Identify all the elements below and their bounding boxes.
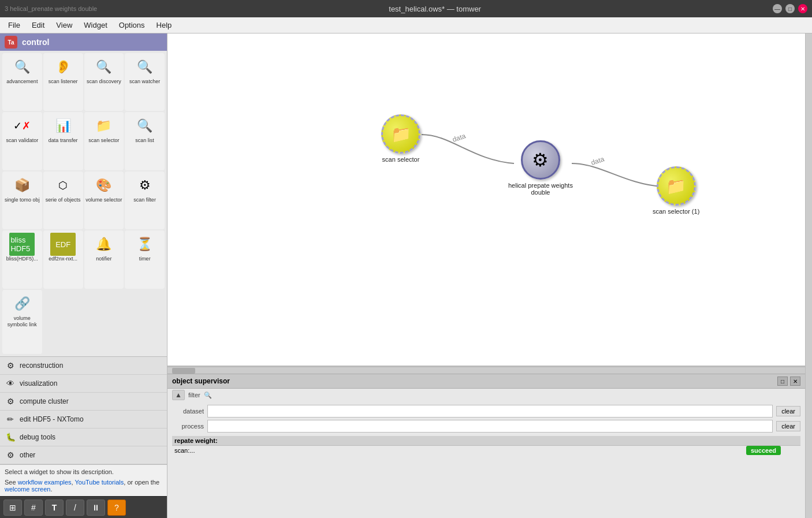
widget-scan-filter[interactable]: ⚙ scan filter [125,172,165,229]
scan-selector-2-label: scan selector (1) [653,208,699,215]
panel-close-btn[interactable]: ✕ [790,377,800,386]
table-row: scan:... succeed [172,446,800,455]
process-clear-button[interactable]: clear [776,421,800,431]
canvas-area[interactable]: data data 📁 scan selector ⚙ helical prep… [167,33,805,367]
category-list: ⚙ reconstruction 👁 visualization ⚙ compu… [0,356,167,464]
window-title: test_helical.ows* — tomwer [97,5,773,13]
category-label-reconstruction: reconstruction [20,362,63,370]
dataset-filter-row: dataset clear [172,405,800,418]
category-debug-tools[interactable]: 🐛 debug tools [0,428,167,446]
scan-selector-icon: 📁 [91,114,117,137]
menu-help[interactable]: Help [151,18,178,32]
hash-button[interactable]: # [24,500,43,516]
category-visualization[interactable]: 👁 visualization [0,375,167,393]
scan-list-icon: 🔍 [132,114,158,137]
widget-label-scan-filter: scan filter [133,197,156,203]
data-table-area: repate weight: scan:... succeed [167,436,805,518]
welcome-screen-link[interactable]: welcome screen [5,486,50,493]
left-panel: Ta control 🔍 advancement 👂 scan listener… [0,33,167,518]
category-other[interactable]: ⚙ other [0,446,167,464]
filter-collapse-btn[interactable]: ▲ [172,390,185,400]
category-label-debug-tools: debug tools [20,433,55,441]
text-button[interactable]: T [45,500,64,516]
object-supervisor-title: object supervisor [172,377,230,385]
grid-button[interactable]: ⊞ [3,500,22,516]
category-edit-hdf5[interactable]: ✏ edit HDF5 - NXTomo [0,411,167,428]
helical-circle: ⚙ [521,140,560,180]
widget-scan-selector[interactable]: 📁 scan selector [84,112,124,170]
serie-objects-icon: ⬡ [50,174,76,197]
scan-selector-2-circle: 📁 [657,166,696,206]
widget-edf2nx[interactable]: EDF edf2nx-nxt... [43,230,83,288]
other-icon: ⚙ [5,449,16,461]
widget-label-single-tomo: single tomo obj [5,197,40,203]
workflow-examples-link[interactable]: workflow examples [18,479,72,486]
close-button[interactable]: ✕ [798,4,807,13]
svg-text:data: data [452,132,467,144]
widget-label-volume-selector: volume selector [85,197,122,203]
node-helical[interactable]: ⚙ helical prepate weightsdouble [508,140,573,196]
scan-validator-icon: ✓✗ [9,114,35,137]
widget-scan-validator[interactable]: ✓✗ scan validator [2,112,42,170]
description-text: Select a widget to show its description. [5,468,162,475]
widget-bliss[interactable]: bliss HDF5 bliss(HDF5)... [2,230,42,288]
help-button[interactable]: ? [107,500,126,516]
widget-data-transfer[interactable]: 📊 data transfer [43,112,83,170]
widget-label-scan-validator: scan validator [6,137,39,144]
main-layout: Ta control 🔍 advancement 👂 scan listener… [0,33,812,518]
filter-search-icon: 🔍 [204,392,212,399]
widget-label-bliss: bliss(HDF5)... [6,256,38,262]
widget-scan-discovery[interactable]: 🔍 scan discovery [84,53,124,111]
left-panel-header: Ta control [0,33,167,51]
h-scrollbar[interactable] [167,367,805,374]
widget-notifier[interactable]: 🔔 notifier [84,230,124,288]
scan-filter-icon: ⚙ [132,174,158,197]
menu-view[interactable]: View [50,18,78,32]
panel-title: control [22,38,49,47]
category-reconstruction[interactable]: ⚙ reconstruction [0,357,167,375]
scan-discovery-icon: 🔍 [91,55,117,79]
process-filter-input[interactable] [207,420,773,433]
panel-icon: Ta [5,36,17,49]
panel-restore-btn[interactable]: □ [777,377,788,386]
notifier-icon: 🔔 [91,233,117,256]
edit-button[interactable]: / [66,500,84,516]
widget-scan-watcher[interactable]: 🔍 scan watcher [125,53,165,111]
timer-icon: ⏳ [132,233,158,256]
prev-file-text: 3 helical_prenate weights double [5,5,97,12]
menubar: File Edit View Widget Options Help [0,17,812,33]
pause-button[interactable]: ⏸ [87,500,105,516]
widget-scan-listener[interactable]: 👂 scan listener [43,53,83,111]
single-tomo-icon: 📦 [9,174,35,197]
widget-advancement[interactable]: 🔍 advancement [2,53,42,111]
widget-scan-list[interactable]: 🔍 scan list [125,112,165,170]
widget-label-advancement: advancement [6,79,38,85]
widget-label-scan-watcher: scan watcher [129,79,160,85]
widget-volume-selector[interactable]: 🎨 volume selector [84,172,124,229]
helical-label: helical prepate weightsdouble [508,182,573,196]
right-scrollbar[interactable] [805,33,812,518]
category-compute-cluster[interactable]: ⚙ compute cluster [0,393,167,411]
node-scan-selector-2[interactable]: 📁 scan selector (1) [653,166,699,215]
node-scan-selector[interactable]: 📁 scan selector [381,114,420,163]
dataset-filter-input[interactable] [207,405,773,418]
menu-options[interactable]: Options [113,18,151,32]
minimize-button[interactable]: — [773,4,782,13]
youtube-tutorials-link[interactable]: YouTube tutorials [75,479,124,486]
menu-edit[interactable]: Edit [26,18,50,32]
widget-label-notifier: notifier [96,256,111,262]
advancement-icon: 🔍 [9,55,35,79]
widget-single-tomo[interactable]: 📦 single tomo obj [2,172,42,229]
maximize-button[interactable]: □ [785,4,795,13]
widget-label-edf2nx: edf2nx-nxt... [49,256,77,262]
widget-volume-symlink[interactable]: 🔗 volume symbolic link [2,290,42,354]
widget-timer[interactable]: ⏳ timer [125,230,165,288]
dataset-filter-label: dataset [172,408,204,415]
menu-file[interactable]: File [2,18,26,32]
dataset-clear-button[interactable]: clear [776,406,800,416]
category-label-visualization: visualization [20,379,57,387]
menu-widget[interactable]: Widget [78,18,113,32]
volume-symlink-icon: 🔗 [9,292,35,315]
widget-serie-objects[interactable]: ⬡ serie of objects [43,172,83,229]
right-area: data data 📁 scan selector ⚙ helical prep… [167,33,805,518]
